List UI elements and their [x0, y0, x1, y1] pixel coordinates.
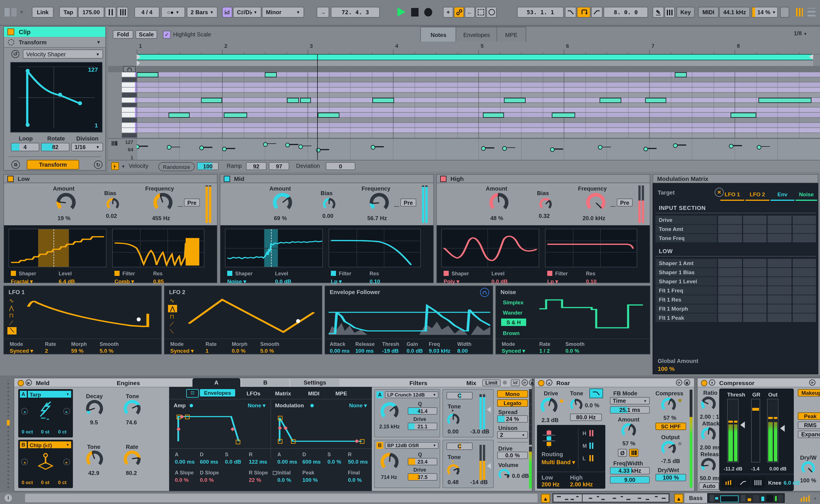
- velocity-lane-icon[interactable]: [112, 141, 117, 146]
- amp-release[interactable]: 122 ms: [249, 458, 267, 465]
- scale-aware-button[interactable]: ♭♯: [511, 379, 520, 386]
- engine-b-ct[interactable]: 0 ct: [58, 480, 66, 485]
- device-fold-icon[interactable]: ▲: [546, 379, 552, 386]
- matrix-row-label[interactable]: Shaper 1 Amt: [656, 259, 717, 267]
- sine-wave-icon[interactable]: ∿: [170, 298, 174, 304]
- loop-amount-field[interactable]: 4: [11, 143, 39, 151]
- subtab-mpe[interactable]: MPE: [335, 390, 347, 396]
- shaper-graph[interactable]: [225, 229, 323, 267]
- filter-res-field[interactable]: 0.85: [153, 278, 164, 284]
- midi-note[interactable]: [759, 98, 811, 103]
- device-fold-icon[interactable]: ▼: [709, 379, 715, 386]
- bias-knob[interactable]: [323, 198, 335, 210]
- loop-length-field[interactable]: 8. 0. 0: [603, 7, 648, 18]
- matrix-cell[interactable]: [768, 313, 791, 322]
- velocity-lane[interactable]: [137, 138, 820, 160]
- lfo2-mode-menu[interactable]: Synced ▾: [170, 348, 193, 354]
- mod-attack[interactable]: 0.00 ms: [277, 458, 297, 465]
- matrix-cell[interactable]: [768, 304, 791, 313]
- out-meter[interactable]: [767, 399, 778, 462]
- white-key[interactable]: [122, 123, 137, 128]
- matrix-cell[interactable]: [792, 304, 816, 313]
- matrix-cell[interactable]: [792, 259, 816, 267]
- matrix-row-label[interactable]: Drive: [656, 216, 717, 224]
- matrix-cell[interactable]: [792, 234, 816, 242]
- white-key[interactable]: [122, 72, 137, 77]
- release-knob[interactable]: [701, 458, 716, 473]
- band-activator[interactable]: [440, 175, 446, 182]
- lane-marker-button[interactable]: ⊦: [111, 162, 119, 170]
- roar-drive-knob[interactable]: [540, 398, 557, 415]
- black-key[interactable]: [122, 133, 137, 138]
- transform-loop-icon[interactable]: ⧉: [11, 160, 20, 169]
- filter-b-q-field[interactable]: 23.4: [408, 458, 437, 465]
- matrix-cell[interactable]: [792, 295, 816, 304]
- filter-type-menu[interactable]: Lp ▾: [331, 278, 342, 284]
- mix-b-pan[interactable]: C: [446, 443, 473, 450]
- matrix-cell[interactable]: [792, 225, 816, 233]
- crossover-low-field[interactable]: 200 Hz: [541, 481, 559, 488]
- matrix-cell[interactable]: [768, 216, 791, 224]
- piano-roll[interactable]: [137, 72, 820, 138]
- filter-a-badge[interactable]: A: [376, 391, 383, 398]
- tab-mpe[interactable]: MPE: [496, 27, 526, 42]
- band-activator[interactable]: [224, 175, 230, 182]
- preset-reset-icon[interactable]: ↺: [11, 50, 19, 58]
- engine-b-next-button[interactable]: ▸: [63, 458, 70, 465]
- sc-hpf-button[interactable]: SC HPF: [656, 423, 686, 430]
- meter-menu-chevron[interactable]: ▼: [813, 497, 817, 501]
- band-header[interactable]: Mid: [220, 174, 434, 183]
- matrix-col-env[interactable]: Env: [770, 188, 794, 201]
- filter-graph[interactable]: [545, 229, 637, 267]
- window-icon[interactable]: [5, 8, 10, 16]
- filter-a-q-field[interactable]: 41.4: [408, 407, 437, 415]
- shaper-level-field[interactable]: 0.0 dB: [491, 278, 508, 284]
- engine-b-tone-knob[interactable]: [86, 451, 103, 468]
- filter-b-freq-knob[interactable]: [380, 453, 399, 471]
- midi-note[interactable]: [552, 113, 575, 118]
- cpu-meter[interactable]: 14 % ▼: [752, 7, 778, 18]
- initial-checkbox[interactable]: [273, 471, 277, 475]
- filter-activator[interactable]: [547, 271, 552, 276]
- amp-env-display[interactable]: [172, 411, 267, 446]
- envf-freq-field[interactable]: 9.03 kHz: [429, 348, 450, 354]
- matrix-cell[interactable]: [718, 286, 742, 295]
- amount-knob[interactable]: [489, 193, 508, 212]
- division-menu[interactable]: 1/16▼: [71, 143, 103, 151]
- volume-knob[interactable]: [498, 469, 510, 480]
- mono-button[interactable]: Mono: [497, 390, 528, 398]
- drywet-field[interactable]: 100 %: [656, 474, 686, 481]
- matrix-col-lfo1[interactable]: LFO 1: [720, 188, 744, 201]
- engine-b-menu[interactable]: Chip (♭♯)▼: [28, 441, 71, 448]
- randomize-amount-field[interactable]: 100: [197, 162, 219, 170]
- triangle-wave-icon[interactable]: ⋀: [168, 305, 177, 312]
- activity-view-button[interactable]: [722, 477, 735, 488]
- engine-a-tone-knob[interactable]: [123, 400, 141, 417]
- key-strip[interactable]: [122, 72, 137, 138]
- midi-note[interactable]: [224, 113, 247, 118]
- engine-b-rate-knob[interactable]: [123, 451, 141, 468]
- engine-a-next-button[interactable]: ▸: [63, 408, 70, 415]
- frequency-knob[interactable]: [586, 193, 605, 212]
- saw-down-wave-icon[interactable]: ⟍: [7, 327, 17, 334]
- shaper-activator[interactable]: [11, 271, 16, 276]
- lfo1-morph-field[interactable]: 59 %: [71, 348, 83, 354]
- noise-rate-field[interactable]: 1 / 2: [539, 348, 550, 354]
- transfer-curve-button[interactable]: [736, 477, 750, 488]
- fb-freq-field[interactable]: 4.33 kHz: [610, 467, 650, 474]
- engine-b-prev-button[interactable]: ◂: [21, 458, 28, 465]
- midi-note[interactable]: [504, 98, 525, 103]
- matrix-cell[interactable]: [792, 268, 816, 276]
- lfo1-display[interactable]: [20, 294, 159, 336]
- subtab-envelopes[interactable]: Envelopes: [200, 389, 235, 396]
- shaper-type-menu[interactable]: Fractal ▾: [11, 278, 33, 284]
- ramp-to-field[interactable]: 97: [269, 162, 289, 170]
- rotate-amount-field[interactable]: 82: [41, 143, 69, 151]
- midi-note[interactable]: [201, 98, 222, 103]
- white-key[interactable]: [122, 108, 137, 113]
- frequency-knob[interactable]: [153, 193, 172, 212]
- saw-down-wave-icon[interactable]: ⟍: [170, 328, 174, 334]
- matrix-row-label[interactable]: Shaper 1 Bias: [656, 268, 717, 276]
- engine-b-oct[interactable]: 0 oct: [22, 480, 33, 485]
- clip-title-bar[interactable]: Clip: [4, 27, 105, 37]
